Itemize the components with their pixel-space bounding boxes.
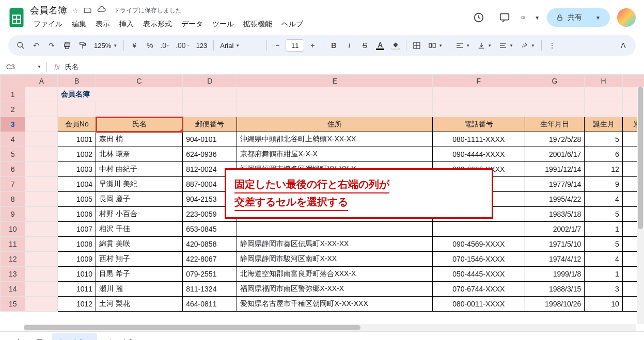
cell[interactable]: 1011 <box>58 282 96 297</box>
cell[interactable]: 1974/4/12 <box>525 252 585 267</box>
format-123-dropdown[interactable]: 123 <box>193 38 211 53</box>
col-header[interactable]: A <box>25 75 58 87</box>
cell[interactable]: 1971/5/10 <box>525 237 585 252</box>
col-header[interactable]: F <box>432 75 525 87</box>
cell[interactable]: 050-4445-XXXX <box>432 267 525 282</box>
row-header[interactable]: 7 <box>1 177 25 192</box>
row-header[interactable]: 10 <box>1 222 25 237</box>
cell[interactable]: 1006 <box>58 207 96 222</box>
cell[interactable]: 12 <box>585 162 623 177</box>
cell[interactable]: 北海道空知郡南富良野町落合XXX-X <box>237 267 432 282</box>
row-header[interactable]: 11 <box>1 237 25 252</box>
cell[interactable]: 1 <box>585 267 623 282</box>
col-header[interactable] <box>622 75 644 87</box>
cell[interactable]: 904-0101 <box>183 132 237 147</box>
menu-tools[interactable]: ツール <box>209 18 238 31</box>
doc-title[interactable]: 会員名簿 <box>30 4 67 17</box>
row-header[interactable]: 8 <box>1 192 25 207</box>
cell[interactable]: 4 <box>585 192 623 207</box>
zoom-dropdown[interactable]: 125%▼ <box>91 38 120 53</box>
cell[interactable]: 080-0011-XXXX <box>432 297 525 312</box>
cell-header[interactable]: 住所 <box>237 117 432 132</box>
cell[interactable]: 2002/1/7 <box>525 222 585 237</box>
cell[interactable]: 森田 梢 <box>96 132 183 147</box>
cell[interactable]: 1983/5/18 <box>525 207 585 222</box>
cell[interactable]: 1010 <box>58 267 96 282</box>
cell-header-selected[interactable]: 氏名 <box>96 117 183 132</box>
cell[interactable]: 10 <box>585 297 623 312</box>
cell[interactable]: 静岡県静岡市葵区伝馬町X-XX-XX <box>237 237 432 252</box>
cell[interactable]: 瀬川 麗 <box>96 282 183 297</box>
cell-header[interactable]: 誕生月 <box>585 117 623 132</box>
decrease-decimal-icon[interactable]: .0← <box>158 38 172 53</box>
undo-icon[interactable]: ↶ <box>29 38 43 53</box>
decrease-font-icon[interactable]: − <box>270 38 285 53</box>
name-box[interactable]: C3 ▼ <box>3 63 44 71</box>
strikethrough-icon[interactable]: S <box>357 38 372 53</box>
menu-data[interactable]: データ <box>178 18 207 31</box>
cell[interactable]: 静岡県静岡市駿河区南町X-XX <box>237 252 432 267</box>
cell[interactable]: 080-1111-XXXX <box>432 132 525 147</box>
cell-header[interactable]: 郵便番号 <box>183 117 237 132</box>
cell[interactable]: 1003 <box>58 162 96 177</box>
cell[interactable]: 079-2551 <box>183 267 237 282</box>
share-button[interactable]: 共有 ▼ <box>547 8 610 27</box>
cell[interactable]: 5 <box>585 207 623 222</box>
col-header[interactable]: E <box>237 75 432 87</box>
col-header[interactable]: D <box>183 75 237 87</box>
font-size-input[interactable]: 11 <box>286 39 304 52</box>
percent-icon[interactable]: % <box>143 38 157 53</box>
cell[interactable]: 624-0936 <box>183 147 237 162</box>
cell[interactable]: 目黒 希子 <box>96 267 183 282</box>
cell[interactable]: 464-0811 <box>183 297 237 312</box>
row-header[interactable]: 5 <box>1 147 25 162</box>
cell[interactable]: 京都府舞鶴市紺屋X-X-X <box>237 147 432 162</box>
more-icon[interactable]: ⋮ <box>545 38 559 53</box>
vertical-scrollbar[interactable] <box>637 87 644 324</box>
cell[interactable]: 090-4569-XXXX <box>432 237 525 252</box>
sheets-logo-icon[interactable] <box>8 7 25 28</box>
row-header[interactable]: 1 <box>1 87 25 102</box>
cell[interactable]: 中村 由紀子 <box>96 162 183 177</box>
cell[interactable] <box>432 222 525 237</box>
cell[interactable]: 653-0845 <box>183 222 237 237</box>
menu-file[interactable]: ファイル <box>30 18 66 31</box>
add-sheet-icon[interactable]: + <box>10 334 27 341</box>
select-all-corner[interactable] <box>1 75 25 87</box>
cell[interactable]: 3 <box>585 282 623 297</box>
print-icon[interactable] <box>60 38 74 53</box>
menu-format[interactable]: 表示形式 <box>139 18 176 31</box>
sheet-tab-1[interactable]: シート1▼ <box>52 333 97 341</box>
cell[interactable]: 1 <box>585 222 623 237</box>
cell[interactable]: 1001 <box>58 132 96 147</box>
increase-font-icon[interactable]: + <box>305 38 320 53</box>
cell[interactable]: 村野 小百合 <box>96 207 183 222</box>
cell[interactable]: 相沢 千佳 <box>96 222 183 237</box>
cell-header[interactable]: 会員No <box>58 117 96 132</box>
cell[interactable]: 9 <box>585 177 623 192</box>
cell[interactable]: 1008 <box>58 237 96 252</box>
cell[interactable]: 西村 翔子 <box>96 252 183 267</box>
cell[interactable]: 長岡 慶子 <box>96 192 183 207</box>
horizontal-scrollbar[interactable] <box>24 324 636 331</box>
italic-icon[interactable]: I <box>342 38 356 53</box>
cell[interactable]: 1002 <box>58 147 96 162</box>
fill-color-icon[interactable] <box>388 38 403 53</box>
history-icon[interactable] <box>469 8 488 27</box>
cell[interactable] <box>25 87 58 102</box>
vertical-align-dropdown[interactable]: ▼ <box>474 38 495 53</box>
avatar[interactable] <box>617 8 636 27</box>
cell[interactable]: 沖縄県中頭郡北谷町上勢頭X-XX-XX <box>237 132 432 147</box>
paint-format-icon[interactable] <box>75 38 90 53</box>
cell[interactable] <box>237 222 432 237</box>
comments-icon[interactable] <box>495 8 514 27</box>
meet-icon[interactable]: ▼ <box>521 8 540 27</box>
cell[interactable]: 1007 <box>58 222 96 237</box>
cell[interactable]: 070-1546-XXXX <box>432 252 525 267</box>
menu-extensions[interactable]: 拡張機能 <box>240 18 276 31</box>
row-header[interactable]: 12 <box>1 252 25 267</box>
row-header[interactable]: 13 <box>1 267 25 282</box>
menu-help[interactable]: ヘルプ <box>278 18 307 31</box>
col-header[interactable]: B <box>58 75 96 87</box>
cell[interactable]: 811-1324 <box>183 282 237 297</box>
